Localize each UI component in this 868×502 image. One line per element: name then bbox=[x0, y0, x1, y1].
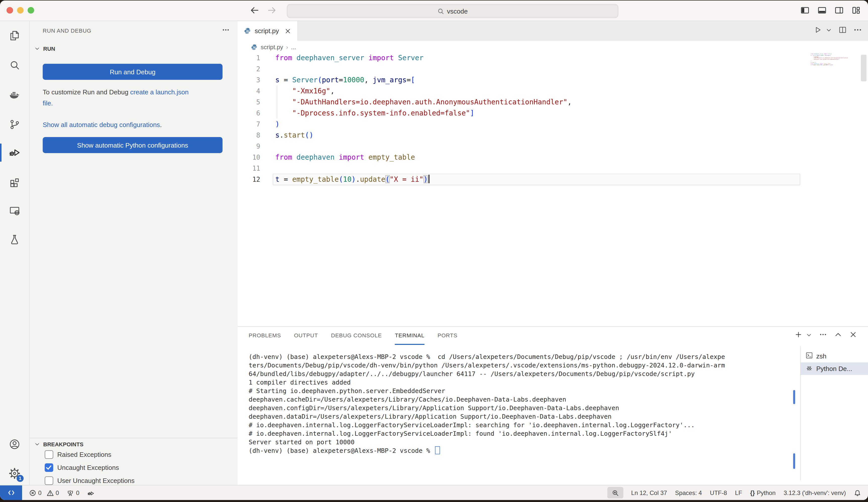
line-number[interactable]: 7 bbox=[238, 119, 260, 130]
remote-indicator[interactable] bbox=[0, 485, 22, 500]
code-line[interactable]: 4 "-Xmx16g", bbox=[238, 85, 868, 96]
code-line[interactable]: 2 bbox=[238, 63, 868, 74]
line-number[interactable]: 5 bbox=[238, 97, 260, 108]
broadcast-count: 0 bbox=[76, 489, 79, 496]
debug-status-icon[interactable] bbox=[87, 489, 94, 496]
split-editor-icon[interactable] bbox=[838, 25, 847, 36]
line-number[interactable]: 11 bbox=[238, 163, 260, 174]
code-line[interactable]: 6 "-Dprocess.info.system-info.enabled=fa… bbox=[238, 107, 868, 118]
search-icon[interactable] bbox=[9, 59, 21, 71]
breakpoint-item[interactable]: Uncaught Exceptions bbox=[45, 461, 234, 474]
command-center[interactable]: vscode bbox=[287, 4, 618, 18]
line-number[interactable]: 10 bbox=[238, 152, 260, 163]
line-number[interactable]: 1 bbox=[238, 53, 260, 64]
code-line[interactable]: 9 bbox=[238, 140, 868, 151]
back-icon[interactable] bbox=[249, 5, 260, 18]
source-control-icon[interactable] bbox=[9, 118, 21, 130]
braces-icon: {} bbox=[750, 489, 755, 496]
code-line[interactable]: 5 "-DAuthHandlers=io.deephaven.auth.Anon… bbox=[238, 96, 868, 107]
breakpoint-checkbox[interactable] bbox=[45, 463, 53, 472]
line-number[interactable]: 9 bbox=[238, 141, 260, 152]
settings-badge: 1 bbox=[17, 475, 24, 482]
line-number[interactable]: 4 bbox=[238, 86, 260, 97]
editor-more-actions-icon[interactable] bbox=[854, 25, 862, 36]
line-number[interactable]: 12 bbox=[238, 174, 260, 185]
terminal-scrollbar-mark[interactable] bbox=[793, 453, 795, 469]
code-line[interactable]: 12t = empty_table(10).update("X = ii") bbox=[238, 174, 868, 185]
editor-group: script.py script.py › ... 1from deephave… bbox=[238, 21, 868, 327]
notifications-bell-icon[interactable] bbox=[854, 489, 861, 496]
line-number[interactable]: 8 bbox=[238, 130, 260, 141]
panel-tab-terminal[interactable]: TERMINAL bbox=[395, 327, 424, 345]
broadcast-status[interactable]: 0 bbox=[67, 489, 79, 496]
settings-gear-icon[interactable]: 1 bbox=[9, 467, 21, 479]
encoding-status[interactable]: UTF-8 bbox=[710, 489, 727, 496]
problems-status[interactable]: 0 0 bbox=[29, 489, 59, 496]
breakpoint-checkbox[interactable] bbox=[45, 450, 53, 459]
code-editor[interactable]: 1from deephaven_server import Server23s … bbox=[238, 52, 868, 185]
new-terminal-icon[interactable] bbox=[795, 331, 802, 340]
testing-icon[interactable] bbox=[9, 233, 21, 245]
indentation-status[interactable]: Spaces: 4 bbox=[675, 489, 702, 496]
line-number[interactable]: 3 bbox=[238, 75, 260, 86]
panel-tab-problems[interactable]: PROBLEMS bbox=[249, 327, 281, 345]
zoom-window-button[interactable] bbox=[28, 7, 34, 13]
terminal-dropdown-icon[interactable] bbox=[806, 331, 812, 340]
breakpoint-item[interactable]: Raised Exceptions bbox=[45, 448, 234, 461]
explorer-icon[interactable] bbox=[9, 30, 21, 42]
panel-more-actions-icon[interactable] bbox=[819, 331, 827, 340]
run-and-debug-button[interactable]: Run and Debug bbox=[43, 64, 223, 80]
breakpoint-item[interactable]: User Uncaught Exceptions bbox=[45, 474, 234, 485]
account-icon[interactable] bbox=[9, 438, 21, 450]
views-more-actions-icon[interactable] bbox=[222, 26, 229, 35]
eol-status[interactable]: LF bbox=[735, 489, 742, 496]
tab-script-py[interactable]: script.py bbox=[238, 21, 298, 41]
docker-icon[interactable] bbox=[9, 89, 21, 101]
code-line[interactable]: 11 bbox=[238, 163, 868, 174]
code-line[interactable]: 8s.start() bbox=[238, 129, 868, 140]
code-line[interactable]: 3s = Server(port=10000, jvm_args=[ bbox=[238, 74, 868, 85]
language-status[interactable]: {} Python bbox=[750, 489, 776, 496]
customize-layout-icon[interactable] bbox=[851, 6, 861, 17]
code-line[interactable]: 1from deephaven_server import Server bbox=[238, 52, 868, 63]
panel-tab-output[interactable]: OUTPUT bbox=[294, 327, 318, 345]
run-and-debug-icon[interactable] bbox=[9, 147, 21, 159]
close-window-button[interactable] bbox=[7, 7, 13, 13]
breadcrumb[interactable]: script.py › ... bbox=[238, 41, 868, 54]
remote-explorer-icon[interactable] bbox=[9, 205, 21, 217]
terminal-list-item-zsh[interactable]: zsh bbox=[801, 350, 868, 363]
terminal-list-item-python-de-[interactable]: Python De... bbox=[801, 363, 868, 375]
toggle-secondary-sidebar-icon[interactable] bbox=[834, 6, 844, 17]
run-python-file-icon[interactable] bbox=[814, 25, 822, 36]
panel-tab-debug-console[interactable]: DEBUG CONSOLE bbox=[331, 327, 382, 345]
error-count: 0 bbox=[38, 489, 41, 496]
terminal-scrollbar-mark[interactable] bbox=[793, 390, 795, 404]
minimap[interactable]: from deephaven_server import Servers = S… bbox=[811, 53, 848, 66]
line-number[interactable]: 2 bbox=[238, 64, 260, 75]
run-section-header[interactable]: RUN bbox=[35, 46, 55, 52]
code-line[interactable]: 7) bbox=[238, 118, 868, 129]
minimize-window-button[interactable] bbox=[17, 7, 24, 13]
editor-scrollbar[interactable] bbox=[861, 55, 867, 81]
python-interpreter-status[interactable]: 3.12.3 ('dh-venv': venv) bbox=[784, 489, 846, 496]
panel-tab-ports[interactable]: PORTS bbox=[437, 327, 457, 345]
toggle-primary-sidebar-icon[interactable] bbox=[800, 6, 810, 17]
breadcrumb-file[interactable]: script.py bbox=[261, 44, 283, 51]
cursor-position-status[interactable]: Ln 12, Col 37 bbox=[631, 489, 667, 496]
code-line[interactable]: 10from deephaven import empty_table bbox=[238, 151, 868, 163]
forward-icon[interactable] bbox=[267, 5, 277, 18]
close-tab-icon[interactable] bbox=[285, 27, 292, 34]
line-number[interactable]: 6 bbox=[238, 108, 260, 119]
breakpoint-checkbox[interactable] bbox=[45, 476, 53, 485]
show-all-debug-configs-link[interactable]: Show all automatic debug configurations bbox=[43, 121, 160, 128]
close-panel-icon[interactable] bbox=[849, 331, 857, 340]
show-python-configs-button[interactable]: Show automatic Python configurations bbox=[43, 137, 223, 153]
zoom-status-icon[interactable] bbox=[607, 487, 623, 499]
maximize-panel-icon[interactable] bbox=[834, 331, 842, 340]
run-dropdown-icon[interactable] bbox=[826, 26, 832, 35]
breadcrumb-symbol[interactable]: ... bbox=[291, 44, 296, 51]
toggle-panel-icon[interactable] bbox=[817, 6, 827, 17]
terminal-viewport[interactable]: (dh-venv) (base) alexpeters@Alexs-MBP-2 … bbox=[249, 353, 789, 455]
breakpoints-section-header[interactable]: BREAKPOINTS bbox=[35, 441, 83, 447]
extensions-icon[interactable] bbox=[9, 176, 21, 188]
